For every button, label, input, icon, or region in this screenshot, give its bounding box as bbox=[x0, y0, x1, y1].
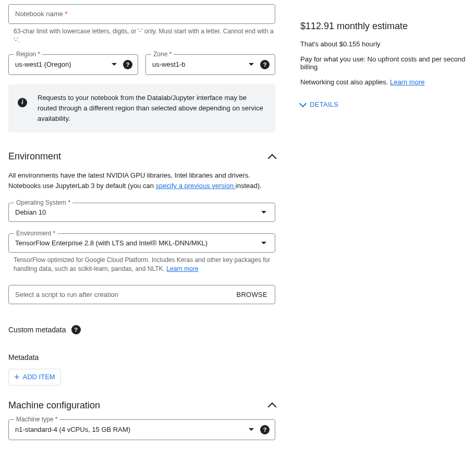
notebook-name-field[interactable]: Notebook name * bbox=[8, 4, 275, 24]
os-select[interactable]: Operating System * Debian 10 bbox=[8, 203, 275, 222]
startup-script-input[interactable] bbox=[15, 286, 236, 303]
machine-type-label: Machine type * bbox=[14, 416, 59, 423]
custom-metadata-heading: Custom metadata bbox=[8, 325, 275, 334]
chevron-up-icon bbox=[268, 154, 277, 163]
machine-type-select[interactable]: Machine type * n1-standard-4 (4 vCPUs, 1… bbox=[8, 419, 275, 440]
zone-label: Zone * bbox=[151, 51, 174, 58]
plus-icon: + bbox=[14, 372, 20, 382]
environment-label: Environment * bbox=[14, 230, 57, 237]
pricing-learn-more-link[interactable]: Learn more bbox=[390, 78, 424, 86]
environment-section-header[interactable]: Environment bbox=[8, 151, 275, 162]
help-icon[interactable] bbox=[260, 425, 270, 434]
help-icon[interactable] bbox=[260, 60, 270, 69]
help-icon[interactable] bbox=[123, 60, 132, 69]
chevron-down-icon bbox=[261, 242, 266, 244]
routing-info-box: Requests to your notebook from the Datal… bbox=[8, 84, 275, 132]
machine-config-header[interactable]: Machine configuration bbox=[8, 400, 275, 411]
zone-select[interactable]: Zone * us-west1-b bbox=[145, 54, 275, 75]
chevron-down-icon bbox=[249, 63, 254, 66]
routing-info-text: Requests to your notebook from the Datal… bbox=[38, 93, 266, 124]
environment-description: All environments have the latest NVIDIA … bbox=[8, 170, 275, 191]
environment-helper: TensorFlow optimized for Google Cloud Pl… bbox=[14, 256, 275, 273]
price-payfor: Pay for what you use: No upfront costs a… bbox=[300, 55, 468, 71]
help-icon[interactable] bbox=[71, 325, 81, 334]
zone-value: us-west1-b bbox=[152, 60, 242, 68]
notebook-name-helper: 63-char limit with lowercase letters, di… bbox=[14, 27, 275, 45]
chevron-down-icon bbox=[261, 211, 266, 214]
add-item-button[interactable]: + ADD ITEM bbox=[8, 369, 61, 385]
price-hourly: That's about $0.155 hourly bbox=[300, 40, 468, 48]
chevron-down-icon bbox=[112, 63, 117, 66]
region-label: Region * bbox=[14, 51, 42, 58]
chevron-up-icon bbox=[268, 403, 277, 411]
os-label: Operating System * bbox=[14, 199, 72, 206]
browse-button[interactable]: BROWSE bbox=[236, 286, 267, 303]
price-estimate-title: $112.91 monthly estimate bbox=[300, 21, 468, 32]
machine-type-value: n1-standard-4 (4 vCPUs, 15 GB RAM) bbox=[15, 426, 242, 433]
chevron-down-icon bbox=[249, 428, 254, 431]
price-networking: Networking cost also applies. Learn more bbox=[300, 78, 468, 86]
details-toggle[interactable]: DETAILS bbox=[300, 101, 338, 108]
region-select[interactable]: Region * us-west1 (Oregon) bbox=[8, 54, 138, 75]
environment-value: TensorFlow Enterprise 2.8 (with LTS and … bbox=[15, 239, 255, 247]
metadata-heading: Metadata bbox=[8, 353, 275, 361]
machine-config-title: Machine configuration bbox=[8, 400, 100, 411]
env-learn-more-link[interactable]: Learn more bbox=[166, 265, 198, 272]
os-value: Debian 10 bbox=[15, 208, 255, 216]
chevron-down-icon bbox=[299, 99, 307, 107]
info-icon bbox=[18, 98, 27, 107]
startup-script-field[interactable]: BROWSE bbox=[8, 285, 275, 304]
environment-select[interactable]: Environment * TensorFlow Enterprise 2.8 … bbox=[8, 233, 275, 253]
specify-version-link[interactable]: specify a previous version bbox=[156, 182, 236, 190]
region-value: us-west1 (Oregon) bbox=[15, 60, 105, 68]
notebook-name-input[interactable] bbox=[9, 5, 275, 23]
environment-title: Environment bbox=[8, 151, 61, 162]
